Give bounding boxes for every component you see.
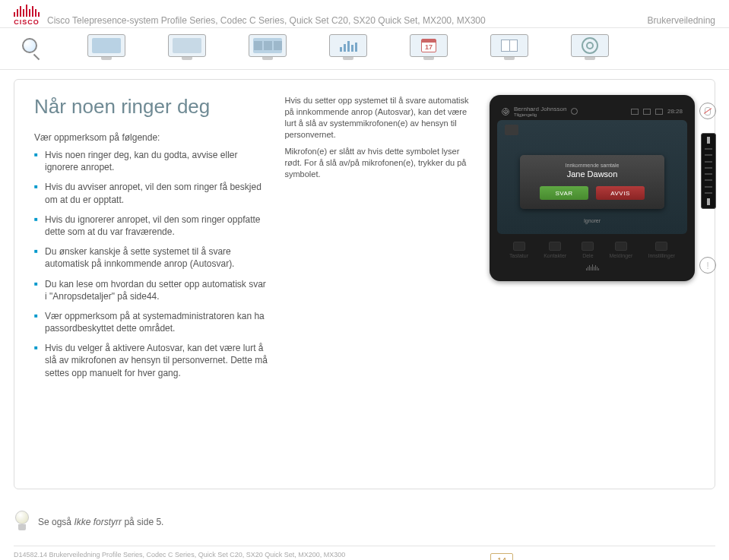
- document-type: Brukerveiledning: [648, 15, 715, 26]
- cisco-mini-logo: [497, 264, 687, 271]
- bottom-nav-messages[interactable]: Meldinger: [610, 242, 633, 258]
- tip-link[interactable]: Ikke forstyrr: [74, 517, 122, 527]
- bottom-nav-contacts[interactable]: Kontakter: [544, 242, 566, 258]
- popup-subtitle: Innkommende samtale: [532, 163, 652, 168]
- camera-icon: [643, 109, 651, 115]
- bullet-item: Hvis du velger å aktivere Autosvar, kan …: [34, 342, 269, 379]
- bottom-nav-dialpad[interactable]: Tastatur: [509, 242, 528, 258]
- settings-icon: [655, 242, 667, 251]
- mute-microphone-button[interactable]: [699, 103, 716, 119]
- contacts-icon: [549, 242, 561, 251]
- microphone-muted-icon: [705, 107, 711, 115]
- middle-column: Hvis du setter opp systemet til å svare …: [284, 95, 490, 469]
- intro-heading: Vær oppmerksom på følgende:: [34, 132, 269, 143]
- touch-panel-mock: +− ! ⏻ Bernhard Johnsson Tilgjengelig 28…: [490, 95, 695, 281]
- reject-button[interactable]: AVVIS: [596, 186, 645, 200]
- popup-caller-name: Jane Dawson: [532, 169, 652, 179]
- ignore-link[interactable]: Ignorer: [584, 218, 601, 223]
- page-title: Når noen ringer deg: [34, 95, 269, 119]
- alert-button[interactable]: !: [699, 257, 716, 274]
- incoming-call-screen: Innkommende samtale Jane Dawson SVAR AVV…: [497, 120, 687, 234]
- nav-thumb-3[interactable]: [246, 34, 289, 65]
- page-header: CISCO Cisco Telepresence-system Profile …: [0, 0, 729, 28]
- presence-icon: [571, 108, 578, 115]
- nav-thumb-settings[interactable]: [569, 34, 611, 65]
- bottom-nav-share[interactable]: Dele: [582, 242, 594, 258]
- lightbulb-icon: [14, 511, 30, 533]
- calendar-day: 17: [422, 43, 436, 52]
- caller-avatar-icon: [505, 125, 518, 135]
- selfview-icon: [631, 109, 639, 115]
- left-column: Når noen ringer deg Vær oppmerksom på fø…: [34, 95, 284, 469]
- dialpad-icon: [513, 242, 525, 251]
- footer-copyright: D14582.14 Brukerveiledning Profile Serie…: [14, 551, 345, 560]
- share-icon: [582, 242, 594, 251]
- messages-icon: [615, 242, 627, 251]
- status-caller-sub: Tilgjengelig: [514, 112, 566, 117]
- tip-text: Se også Ikke forstyrr på side 5.: [38, 517, 163, 527]
- note-microphone: Mikrofon(e) er slått av hvis dette symbo…: [284, 146, 474, 180]
- document-title: Cisco Telepresence-system Profile Series…: [47, 15, 648, 26]
- nav-thumb-book[interactable]: [488, 34, 531, 65]
- cisco-logo: CISCO: [14, 5, 40, 26]
- content-panel: Når noen ringer deg Vær oppmerksom på fø…: [14, 79, 715, 489]
- device-status-bar: ⏻ Bernhard Johnsson Tilgjengelig 28:28: [497, 103, 687, 120]
- nav-thumb-1[interactable]: [85, 34, 128, 65]
- gear-icon: [582, 37, 598, 54]
- nav-thumb-stats[interactable]: [327, 34, 369, 65]
- status-caller-name: Bernhard Johnsson: [514, 106, 566, 112]
- bullet-item: Hvis noen ringer deg, kan du godta, avvi…: [34, 149, 269, 173]
- power-icon: ⏻: [502, 108, 509, 115]
- cisco-logo-text: CISCO: [14, 18, 40, 26]
- nav-thumb-calendar[interactable]: 17: [407, 34, 450, 65]
- search-icon[interactable]: [14, 38, 47, 61]
- right-column: +− ! ⏻ Bernhard Johnsson Tilgjengelig 28…: [490, 95, 695, 469]
- tip-row: Se også Ikke forstyrr på side 5.: [14, 506, 715, 546]
- clock: 28:28: [667, 108, 683, 115]
- answer-button[interactable]: SVAR: [540, 186, 588, 200]
- page-number: 14: [490, 553, 513, 560]
- layout-icon: [655, 109, 663, 115]
- nav-thumb-2[interactable]: [166, 34, 208, 65]
- page-footer: D14582.14 Brukerveiledning Profile Serie…: [0, 546, 729, 560]
- bottom-nav-settings[interactable]: Innstillinger: [648, 242, 674, 258]
- incoming-call-popup: Innkommende samtale Jane Dawson SVAR AVV…: [520, 155, 664, 209]
- device-bottom-nav: Tastatur Kontakter Dele Meldinger Innsti…: [497, 234, 687, 260]
- bullet-item: Du ønsker kanskje å sette systemet til å…: [34, 245, 269, 270]
- volume-slider[interactable]: +−: [701, 133, 716, 209]
- bullet-item: Vær oppmerksom på at systemadministrator…: [34, 310, 269, 334]
- bullet-item: Hvis du ignorerer anropet, vil den som r…: [34, 214, 269, 238]
- nav-row: 17: [0, 28, 729, 70]
- note-autosvar: Hvis du setter opp systemet til å svare …: [284, 95, 474, 140]
- bullet-item: Hvis du avviser anropet, vil den som rin…: [34, 181, 269, 205]
- bullet-list: Hvis noen ringer deg, kan du godta, avvi…: [34, 149, 269, 379]
- bullet-item: Du kan lese om hvordan du setter opp aut…: [34, 278, 269, 302]
